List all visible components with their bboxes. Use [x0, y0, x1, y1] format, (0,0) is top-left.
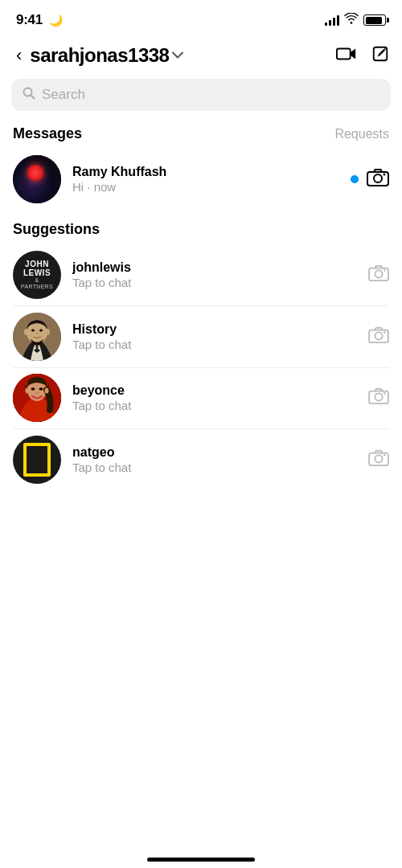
svg-point-28 — [375, 455, 382, 462]
svg-point-20 — [31, 387, 35, 391]
video-button[interactable] — [336, 46, 357, 65]
avatar-johnlewis: JOHN LEWIS & PARTNERS — [13, 251, 61, 299]
camera-button-ramy[interactable] — [367, 168, 389, 190]
search-bar[interactable]: Search — [11, 79, 391, 111]
suggestion-name-johnlewis: johnlewis — [72, 260, 357, 275]
battery-icon — [363, 14, 386, 26]
suggestion-item-natgeo[interactable]: natgeo Tap to chat — [0, 429, 402, 490]
svg-point-7 — [375, 270, 382, 277]
unread-dot — [351, 175, 359, 183]
username-label: sarahjonas1338 — [30, 44, 169, 67]
svg-point-22 — [26, 388, 30, 394]
signal-icon — [325, 14, 339, 26]
svg-point-17 — [384, 330, 386, 333]
avatar-beyonce — [13, 374, 61, 422]
suggestion-sub-beyonce: Tap to chat — [72, 399, 357, 412]
svg-point-5 — [384, 174, 386, 176]
natgeo-logo — [23, 443, 51, 477]
spacer — [0, 210, 402, 216]
status-bar: 9:41 🌙 — [0, 0, 402, 35]
wifi-icon — [344, 13, 359, 27]
camera-button-history[interactable] — [368, 326, 389, 347]
suggestion-item-beyonce[interactable]: beyonce Tap to chat — [0, 367, 402, 428]
svg-point-14 — [45, 329, 50, 335]
suggestion-content-beyonce: beyonce Tap to chat — [72, 383, 357, 412]
svg-point-25 — [375, 393, 382, 400]
avatar-ramy — [13, 155, 61, 203]
svg-point-23 — [45, 388, 49, 394]
home-indicator — [147, 858, 255, 862]
svg-point-16 — [375, 332, 382, 339]
svg-point-12 — [39, 329, 43, 331]
avatar-history — [13, 313, 61, 361]
suggestion-actions-history — [368, 326, 389, 347]
suggestion-content-johnlewis: johnlewis Tap to chat — [72, 260, 357, 289]
moon-icon: 🌙 — [49, 14, 63, 27]
suggestion-name-history: History — [72, 322, 357, 337]
chevron-down-icon — [172, 51, 183, 59]
camera-button-johnlewis[interactable] — [368, 264, 389, 285]
suggestion-actions-natgeo — [368, 449, 389, 470]
username-button[interactable]: sarahjonas1338 — [30, 44, 183, 67]
back-button[interactable]: ‹ — [13, 42, 25, 69]
suggestion-content-natgeo: natgeo Tap to chat — [72, 445, 357, 474]
svg-point-8 — [384, 269, 386, 272]
header: ‹ sarahjonas1338 — [0, 35, 402, 79]
svg-point-13 — [24, 329, 29, 335]
message-actions-ramy — [351, 168, 389, 190]
status-time: 9:41 — [16, 12, 43, 28]
camera-button-natgeo[interactable] — [368, 449, 389, 470]
svg-rect-0 — [337, 49, 351, 59]
svg-point-11 — [31, 329, 35, 331]
svg-point-26 — [384, 392, 386, 395]
svg-point-21 — [39, 387, 43, 391]
suggestion-actions-johnlewis — [368, 264, 389, 285]
message-name-ramy: Ramy Khuffash — [72, 165, 339, 179]
message-content-ramy: Ramy Khuffash Hi · now — [72, 165, 339, 194]
requests-button[interactable]: Requests — [334, 127, 389, 141]
search-placeholder-text: Search — [42, 87, 85, 103]
avatar-natgeo — [13, 436, 61, 484]
messages-section-header: Messages Requests — [0, 121, 402, 149]
header-left: ‹ sarahjonas1338 — [13, 42, 183, 69]
suggestion-name-beyonce: beyonce — [72, 383, 357, 398]
suggestions-title: Suggestions — [13, 221, 100, 238]
suggestion-sub-johnlewis: Tap to chat — [72, 276, 357, 289]
suggestion-item-johnlewis[interactable]: JOHN LEWIS & PARTNERS johnlewis Tap to c… — [0, 244, 402, 305]
suggestion-item-history[interactable]: History Tap to chat — [0, 306, 402, 367]
suggestions-section-header: Suggestions — [0, 216, 402, 244]
svg-point-29 — [384, 453, 386, 456]
svg-point-4 — [374, 174, 382, 182]
camera-button-beyonce[interactable] — [368, 387, 389, 408]
suggestion-sub-history: Tap to chat — [72, 338, 357, 351]
suggestion-content-history: History Tap to chat — [72, 322, 357, 351]
search-container: Search — [11, 79, 391, 111]
suggestion-sub-natgeo: Tap to chat — [72, 461, 357, 474]
message-item-ramy[interactable]: Ramy Khuffash Hi · now — [0, 149, 402, 210]
message-sub-ramy: Hi · now — [72, 180, 339, 194]
status-icons — [325, 13, 386, 27]
messages-title: Messages — [13, 125, 82, 142]
header-right — [336, 45, 389, 66]
compose-button[interactable] — [371, 45, 389, 66]
suggestion-actions-beyonce — [368, 387, 389, 408]
search-icon — [23, 87, 35, 103]
suggestion-name-natgeo: natgeo — [72, 445, 357, 460]
